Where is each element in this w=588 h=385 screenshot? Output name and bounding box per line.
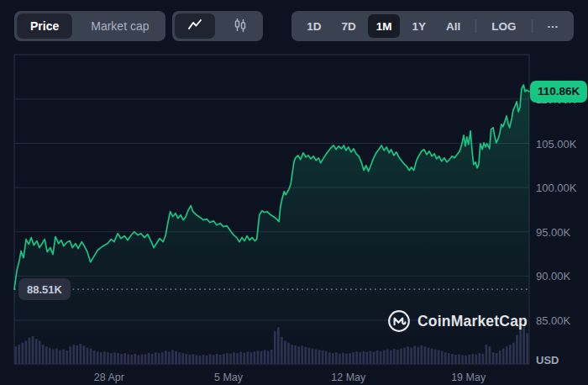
chart-type-toggle xyxy=(172,11,263,41)
log-scale-button[interactable]: LOG xyxy=(483,14,524,38)
more-options-button[interactable]: ··· xyxy=(539,14,568,38)
watermark-text: CoinMarketCap xyxy=(417,313,528,330)
x-axis-label: 28 Apr xyxy=(94,372,124,383)
y-axis-label: 105.00K xyxy=(536,137,576,150)
range-selector: 1D 7D 1M 1Y All LOG ··· xyxy=(291,11,574,41)
range-button-all[interactable]: All xyxy=(438,14,469,38)
marketcap-toggle-button[interactable]: Market cap xyxy=(77,13,162,39)
range-button-1d[interactable]: 1D xyxy=(298,14,329,38)
y-axis-label: 100.00K xyxy=(536,182,576,194)
coinmarketcap-logo-icon xyxy=(387,309,411,333)
chart-canvas[interactable] xyxy=(0,46,588,385)
price-chart: 110.00K105.00K100.00K95.00K90.00K85.00KU… xyxy=(0,46,588,385)
divider xyxy=(532,19,533,33)
range-button-1y[interactable]: 1Y xyxy=(403,14,434,38)
price-toggle-button[interactable]: Price xyxy=(17,13,72,39)
divider xyxy=(475,19,476,33)
range-button-7d[interactable]: 7D xyxy=(333,14,364,38)
x-axis-label: 12 May xyxy=(331,372,365,383)
coinmarketcap-watermark: CoinMarketCap xyxy=(387,309,528,334)
y-axis-label: 90.00K xyxy=(536,270,570,282)
current-price-badge: 110.86K xyxy=(530,81,587,103)
candlestick-chart-button[interactable] xyxy=(220,13,260,39)
metric-toggle: Price Market cap xyxy=(14,11,165,41)
y-axis-label: 95.00K xyxy=(536,225,570,238)
chart-toolbar: Price Market cap 1D 7D 1M 1Y All LOG xyxy=(0,11,588,41)
low-price-badge: 88.51K xyxy=(18,278,71,300)
line-chart-button[interactable] xyxy=(175,13,215,39)
range-button-1m[interactable]: 1M xyxy=(368,14,401,38)
y-axis-unit-label: USD xyxy=(536,354,559,367)
y-axis-label: 85.00K xyxy=(536,314,570,327)
candlestick-icon xyxy=(232,17,249,36)
line-chart-icon xyxy=(186,18,203,35)
x-axis-label: 5 May xyxy=(214,372,243,383)
x-axis-label: 19 May xyxy=(451,372,486,383)
